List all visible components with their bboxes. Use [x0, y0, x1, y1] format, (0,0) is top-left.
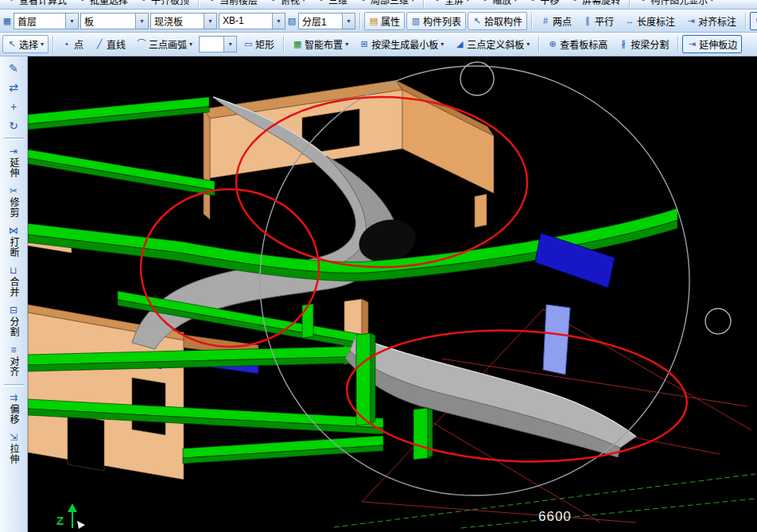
pencil-icon: ✎ — [9, 62, 18, 75]
align-dimension-icon: ⇥ — [686, 17, 696, 25]
stretch-icon: ⇲ — [10, 432, 17, 444]
toolbar-row-3: ↖选择▾ •点 ╱直线 ⌒三点画弧▾ ▼ ▭矩形 ▦智能布置▾ ⊞按梁生成最小板… — [0, 33, 757, 56]
chevron-down-icon: ▾ — [514, 0, 517, 3]
align-slab-top-icon: ▪ — [139, 0, 149, 4]
line-tool-button[interactable]: ╱直线 — [90, 35, 130, 53]
zoom-icon: ▪ — [480, 0, 490, 4]
pan-icon: ▪ — [528, 0, 538, 4]
merge-tool-button[interactable]: ⊔合并 — [2, 262, 26, 301]
zoom-button[interactable]: ▪缩放▾ — [476, 0, 522, 9]
element-display-icon: ▪ — [639, 0, 648, 4]
layer-select[interactable]: 分层1▼ — [298, 13, 355, 29]
properties-button[interactable]: ▤属性 — [364, 12, 405, 30]
model-canvas[interactable]: 6600 Z — [28, 56, 757, 532]
three-d-view-button[interactable]: ▪三维 — [312, 0, 352, 9]
select-tool-button[interactable]: ↖选择▾ — [2, 35, 49, 53]
smart-layout-button[interactable]: ▦智能布置▾ — [288, 35, 353, 53]
three-point-slope-button[interactable]: ◢三点定义斜板▾ — [450, 35, 534, 53]
floor-select[interactable]: 首层▼ — [14, 13, 79, 29]
rotation-handle-right[interactable] — [705, 309, 731, 334]
z-axis-indicator: Z — [56, 503, 85, 529]
split-by-beam-button[interactable]: ∦按梁分割 — [614, 35, 674, 53]
element-display-button[interactable]: ▪构件图元显示▾ — [634, 0, 718, 9]
chevron-down-icon: ▾ — [345, 41, 348, 48]
batch-select-button[interactable]: ▪批量选择 — [73, 0, 133, 9]
extend-slab-edge-button[interactable]: ⇥延伸板边 — [682, 35, 742, 53]
element-list-icon: ▥ — [411, 17, 421, 25]
toolbar-row-2: ▦ 首层▼ 板▼ 现浇板▼ XB-1▼ ▧ 分层1▼ ▤属性 ▥构件列表 ↖拾取… — [0, 10, 757, 33]
merge-icon: ⊔ — [10, 265, 17, 277]
parallel-button[interactable]: ∥平行 — [578, 12, 619, 30]
align-slab-top-button[interactable]: ▪平齐板顶 — [134, 0, 194, 9]
two-point-button[interactable]: #两点 — [536, 12, 576, 30]
fullscreen-button[interactable]: ▪全屏▾ — [428, 0, 474, 9]
extend-edge-icon: ⇥ — [687, 40, 697, 49]
slab-type-select[interactable]: 现浇板▼ — [150, 13, 217, 29]
element-type-select[interactable]: 板▼ — [80, 13, 149, 29]
align-icon: ≡ — [10, 344, 16, 356]
point-tool-button[interactable]: •点 — [57, 35, 88, 53]
min-slab-by-beam-button[interactable]: ⊞按梁生成最小板▾ — [355, 35, 448, 53]
three-point-arc-button[interactable]: ⌒三点画弧▾ — [132, 35, 197, 53]
layers-icon: ▦ — [2, 17, 12, 25]
combo-arrow-icon: ▼ — [272, 14, 285, 29]
separator — [359, 13, 360, 29]
partial-3d-icon: ▪ — [359, 0, 368, 4]
rotation-handle-top[interactable] — [460, 62, 494, 95]
break-tool-button[interactable]: ⋈打断 — [2, 223, 26, 262]
toolbar-row-1: ▪查看计算式 ▪批量选择 ▪平齐板顶 ▪当前楼层 ▪俯视▾ ▪三维 ▪局部三维▾… — [0, 0, 757, 10]
combo-arrow-icon: ▼ — [342, 14, 355, 29]
model-viewport[interactable]: 6600 Z — [28, 56, 757, 532]
rotate-tool-button[interactable]: ↻ — [3, 116, 25, 134]
pan-button[interactable]: ▪平移 — [523, 0, 564, 9]
combo-arrow-icon: ▼ — [135, 14, 148, 29]
draw-tool-button[interactable]: ✎ — [3, 59, 25, 77]
combo-arrow-icon: ▼ — [223, 37, 236, 52]
trim-tool-button[interactable]: ✂修剪 — [2, 183, 26, 222]
rectangle-tool-button[interactable]: ▭矩形 — [239, 35, 279, 53]
stretch-tool-button[interactable]: ⇲拉伸 — [2, 429, 26, 468]
left-toolbar: ✎ ⇄ + ↻ ⇥延伸 ✂修剪 ⋈打断 ⊔合并 ⊟分割 ≡对齐 ⇉偏移 ⇲拉伸 — [0, 56, 28, 532]
separator — [423, 0, 424, 9]
extend-tool-button[interactable]: ⇥延伸 — [2, 143, 26, 182]
separator — [677, 36, 678, 52]
element-list-button[interactable]: ▥构件列表 — [406, 12, 466, 30]
pick-element-button[interactable]: ↖拾取构件 — [468, 12, 527, 30]
rectangle-icon: ▭ — [243, 40, 253, 49]
slab-name-select[interactable]: XB-1▼ — [219, 13, 285, 29]
elevation-icon: ⊕ — [548, 40, 557, 49]
separator — [52, 36, 53, 52]
green-beam — [28, 97, 215, 196]
current-floor-button[interactable]: ▪当前楼层 — [203, 0, 262, 9]
split-beam-icon: ∦ — [619, 40, 628, 49]
length-dimension-button[interactable]: ↔长度标注 — [620, 12, 680, 30]
combo-arrow-icon: ▼ — [204, 14, 216, 29]
view-slab-elevation-button[interactable]: ⊕查看板标高 — [543, 35, 612, 53]
partial-3d-button[interactable]: ▪局部三维▾ — [354, 0, 419, 9]
curved-slab-lower — [345, 336, 636, 457]
view-calc-formula-button[interactable]: ▪查看计算式 — [2, 0, 72, 9]
calc-icon: ▪ — [7, 0, 17, 4]
mirror-tool-button[interactable]: ⇄ — [3, 78, 25, 96]
z-axis-label: Z — [56, 514, 64, 527]
separator — [283, 36, 284, 52]
chevron-down-icon: ▾ — [41, 41, 44, 48]
arc-mode-select[interactable]: ▼ — [199, 36, 237, 52]
length-dimension-icon: ↔ — [625, 17, 635, 25]
chevron-down-icon: ▾ — [710, 0, 713, 3]
top-view-button[interactable]: ▪俯视▾ — [264, 0, 310, 9]
screen-rotate-button[interactable]: ▪屏幕旋转 — [565, 0, 625, 9]
offset-icon: ⇉ — [10, 392, 17, 404]
align-dimension-button[interactable]: ⇥对齐标注 — [681, 12, 741, 30]
align-tool-button[interactable]: ≡对齐 — [2, 342, 26, 381]
measure-distance-button[interactable]: ↹测量距离 — [750, 12, 757, 30]
scissors-icon: ✂ — [10, 185, 17, 197]
combo-arrow-icon: ▼ — [65, 14, 78, 29]
separator — [745, 13, 746, 29]
blue-fin-panel — [543, 305, 570, 375]
offset-tool-button[interactable]: ⇉偏移 — [2, 390, 26, 429]
split-tool-button[interactable]: ⊟分割 — [2, 302, 26, 341]
parallel-icon: ∥ — [583, 17, 592, 25]
chevron-down-icon: ▾ — [189, 41, 192, 48]
move-tool-button[interactable]: + — [3, 97, 25, 115]
